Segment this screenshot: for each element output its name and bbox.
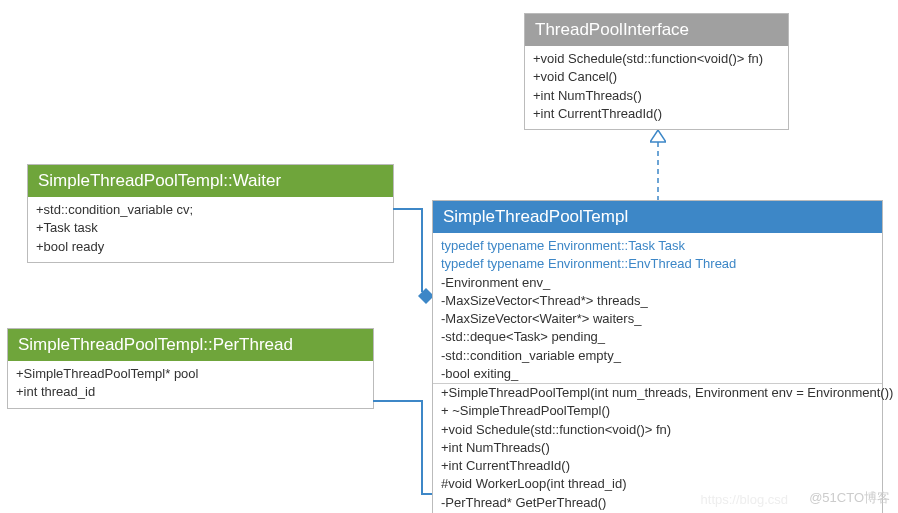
class-members: +void Schedule(std::function<void()> fn)… — [525, 46, 788, 129]
field: -std::deque<Task> pending_ — [441, 328, 874, 346]
realization-arrow — [650, 130, 666, 200]
typedef: typedef typename Environment::Task Task — [441, 237, 874, 255]
method: + ~SimpleThreadPoolTempl() — [441, 402, 874, 420]
member: +SimpleThreadPoolTempl* pool — [16, 365, 365, 383]
class-perthread: SimpleThreadPoolTempl::PerThread +Simple… — [7, 328, 374, 409]
method: +void Schedule(std::function<void()> fn) — [441, 421, 874, 439]
class-members: +SimpleThreadPoolTempl* pool +int thread… — [8, 361, 373, 408]
class-members: +std::condition_variable cv; +Task task … — [28, 197, 393, 262]
member: +void Cancel() — [533, 68, 780, 86]
watermark: @51CTO博客 — [809, 489, 890, 507]
member: +int CurrentThreadId() — [533, 105, 780, 123]
member: +int thread_id — [16, 383, 365, 401]
class-threadpoolinterface: ThreadPoolInterface +void Schedule(std::… — [524, 13, 789, 130]
field: -std::condition_variable empty_ — [441, 347, 874, 365]
class-waiter: SimpleThreadPoolTempl::Waiter +std::cond… — [27, 164, 394, 263]
class-title: ThreadPoolInterface — [525, 14, 788, 46]
svg-marker-0 — [650, 130, 666, 142]
method: +int CurrentThreadId() — [441, 457, 874, 475]
member: +void Schedule(std::function<void()> fn) — [533, 50, 780, 68]
class-title: SimpleThreadPoolTempl — [433, 201, 882, 233]
field: -MaxSizeVector<Thread*> threads_ — [441, 292, 874, 310]
class-simplethreadpooltempl: SimpleThreadPoolTempl typedef typename E… — [432, 200, 883, 513]
association-line — [421, 400, 423, 493]
method: +int NumThreads() — [441, 439, 874, 457]
field: -MaxSizeVector<Waiter*> waiters_ — [441, 310, 874, 328]
field: -bool exiting_ — [441, 365, 874, 383]
watermark: https://blog.csd — [701, 492, 788, 507]
association-line — [393, 208, 423, 210]
member: +std::condition_variable cv; — [36, 201, 385, 219]
class-title: SimpleThreadPoolTempl::Waiter — [28, 165, 393, 197]
class-title: SimpleThreadPoolTempl::PerThread — [8, 329, 373, 361]
member: +Task task — [36, 219, 385, 237]
member: +bool ready — [36, 238, 385, 256]
typedef: typedef typename Environment::EnvThread … — [441, 255, 874, 273]
class-body: typedef typename Environment::Task Task … — [433, 233, 882, 513]
association-line — [421, 208, 423, 292]
association-line — [373, 400, 423, 402]
member: +int NumThreads() — [533, 87, 780, 105]
field: -Environment env_ — [441, 274, 874, 292]
method: +SimpleThreadPoolTempl(int num_threads, … — [441, 384, 874, 402]
